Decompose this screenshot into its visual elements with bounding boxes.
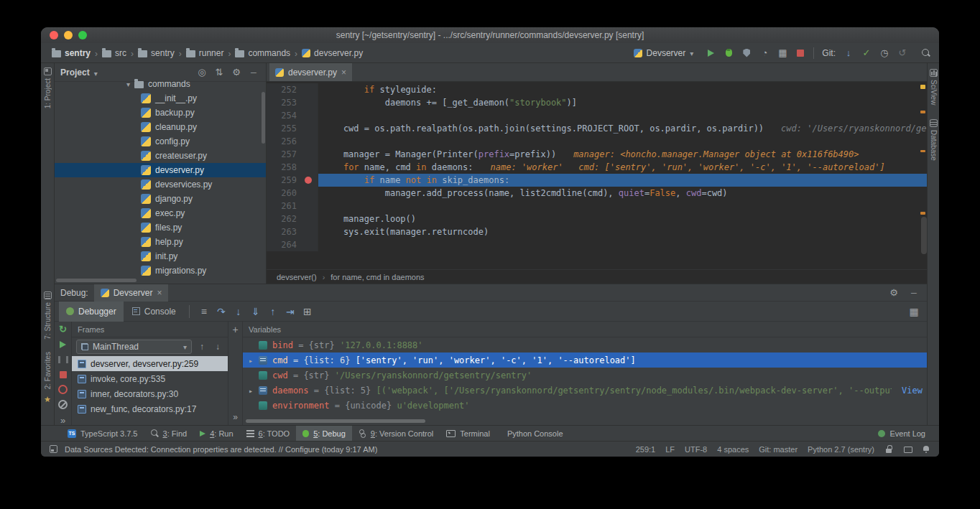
status-segment-lf[interactable]: LF: [665, 445, 675, 454]
toolwindow-button-run[interactable]: 4: Run: [193, 426, 239, 441]
gear-icon[interactable]: [230, 67, 243, 78]
run-to-cursor-button[interactable]: [282, 304, 299, 319]
code-text[interactable]: [318, 238, 927, 251]
code-text[interactable]: if styleguide:: [318, 83, 927, 96]
tree-item-init-py[interactable]: init.py: [55, 249, 266, 263]
code-text[interactable]: [318, 135, 927, 148]
toolwindow-button-terminal[interactable]: Terminal: [440, 426, 496, 441]
run-configuration-select[interactable]: Devserver: [629, 47, 698, 60]
project-vertical-scrollbar[interactable]: [262, 92, 265, 144]
breadcrumb-item-sentry[interactable]: sentry: [136, 47, 177, 59]
hide-panel-button[interactable]: [247, 67, 260, 78]
resume-button[interactable]: [58, 340, 68, 349]
notifications-bell-icon[interactable]: [922, 445, 930, 454]
toolwindow-button-version-control[interactable]: 9: Version Control: [352, 426, 440, 441]
tool-button-favorites[interactable]: 2: Favorites: [41, 352, 54, 405]
expand-arrow-icon[interactable]: [249, 386, 259, 396]
collapse-all-button[interactable]: [213, 67, 226, 78]
editor-tab-devserver[interactable]: devserver.py: [269, 63, 352, 81]
force-step-into-button[interactable]: [247, 304, 264, 319]
previous-frame-button[interactable]: ↑: [196, 342, 208, 352]
toolwindow-button-todo[interactable]: 6: TODO: [240, 426, 297, 441]
tree-item-migrations-py[interactable]: migrations.py: [55, 263, 266, 278]
line-number[interactable]: 254: [267, 109, 300, 122]
gutter[interactable]: [300, 135, 318, 148]
git-update-button[interactable]: [843, 48, 854, 58]
project-panel-title[interactable]: Project: [60, 67, 90, 78]
gutter[interactable]: [300, 96, 318, 109]
line-number[interactable]: 258: [267, 161, 300, 174]
editor-horizontal-scrollbar[interactable]: [267, 262, 927, 269]
code-text[interactable]: [318, 109, 927, 122]
run-button[interactable]: [706, 48, 716, 58]
breadcrumb-item-commands[interactable]: commands: [233, 47, 292, 59]
view-link[interactable]: View: [902, 386, 923, 396]
tree-item-help-py[interactable]: help.py: [55, 235, 266, 249]
rerun-button[interactable]: [58, 324, 68, 334]
gutter[interactable]: [300, 213, 318, 225]
frame-item[interactable]: devserver, devserver.py:259: [72, 356, 228, 371]
tree-item-files-py[interactable]: files.py: [55, 220, 266, 235]
tree-item-django-py[interactable]: django.py: [55, 192, 266, 206]
gutter[interactable]: [300, 238, 318, 251]
gutter[interactable]: [300, 122, 318, 135]
tree-item-devservices-py[interactable]: devservices.py: [55, 177, 266, 192]
code-text[interactable]: manager.add_process(name, list2cmdline(c…: [318, 187, 927, 200]
gear-icon[interactable]: [887, 287, 901, 298]
gutter[interactable]: [300, 225, 318, 238]
screen-reader-icon[interactable]: [903, 445, 912, 454]
tree-item-config-py[interactable]: config.py: [55, 134, 266, 149]
breakpoint-icon[interactable]: [305, 177, 312, 184]
zoom-window-button[interactable]: [78, 31, 87, 39]
frame-item[interactable]: new_func, decorators.py:17: [72, 401, 228, 416]
line-number[interactable]: 264: [267, 238, 300, 251]
code-text[interactable]: manager.loop(): [318, 213, 927, 225]
breadcrumb-item-devserver-py[interactable]: devserver.py: [300, 47, 365, 59]
concurrency-button[interactable]: [777, 48, 787, 58]
code-text[interactable]: cwd = os.path.realpath(os.path.join(sett…: [318, 122, 927, 135]
select-opened-file-button[interactable]: [195, 67, 208, 78]
layout-settings-button[interactable]: [905, 304, 923, 319]
line-number[interactable]: 253: [267, 96, 300, 109]
debug-button[interactable]: [724, 48, 734, 58]
status-segment-259-1[interactable]: 259:1: [636, 445, 656, 454]
tree-item-commands[interactable]: commands: [55, 77, 266, 91]
status-segment-4-spaces[interactable]: 4 spaces: [717, 445, 749, 454]
status-segment-git-master[interactable]: Git: master: [759, 445, 798, 454]
toolwindow-button-python-console[interactable]: Python Console: [496, 426, 570, 441]
code-text[interactable]: for name, cmd in daemons:name: 'worker' …: [318, 161, 927, 174]
code-text[interactable]: sys.exit(manager.returncode): [318, 225, 927, 238]
editor-scrollbar-thumb[interactable]: [921, 217, 927, 254]
expand-arrow-icon[interactable]: [249, 355, 259, 365]
line-number[interactable]: 260: [267, 187, 300, 200]
git-rollback-button[interactable]: [897, 48, 907, 58]
gutter[interactable]: [300, 174, 318, 187]
line-number[interactable]: 259: [267, 174, 300, 187]
editor[interactable]: 252 if styleguide:253 daemons += [_get_d…: [267, 82, 927, 262]
line-number[interactable]: 263: [267, 225, 300, 238]
profiler-button[interactable]: [759, 48, 769, 58]
variable-item-cmd[interactable]: cmd = {list: 6} ['sentry', 'run', 'worke…: [243, 352, 927, 368]
gutter[interactable]: [300, 109, 318, 122]
close-icon[interactable]: [157, 288, 162, 298]
title-bar[interactable]: sentry [~/getsentry/sentry] - .../src/se…: [41, 27, 939, 43]
tree-item-devserver-py[interactable]: devserver.py: [55, 163, 266, 177]
thread-selector[interactable]: MainThread: [76, 340, 192, 354]
mute-breakpoints-button[interactable]: [58, 400, 68, 409]
gutter[interactable]: [300, 200, 318, 213]
toolwindow-button-debug[interactable]: 5: Debug: [296, 426, 352, 441]
minimize-window-button[interactable]: [64, 31, 73, 39]
error-stripe-mark[interactable]: [920, 150, 925, 152]
step-into-button[interactable]: [230, 304, 247, 319]
debug-session-tab[interactable]: Devserver: [94, 284, 169, 302]
toolwindow-button-find[interactable]: 3: Find: [144, 426, 194, 441]
tree-item-exec-py[interactable]: exec.py: [55, 206, 266, 220]
chevron-down-icon[interactable]: [126, 79, 130, 89]
tool-button-sciview[interactable]: SciView: [928, 69, 939, 105]
more-actions-button[interactable]: [231, 412, 241, 422]
breadcrumb-item-src[interactable]: src: [100, 47, 129, 59]
line-number[interactable]: 257: [267, 148, 300, 161]
stop-button[interactable]: [795, 48, 805, 58]
variable-item-bind[interactable]: bind = {str} '127.0.0.1:8888': [243, 337, 927, 352]
variable-item-daemons[interactable]: daemons = {list: 5} [('webpack', ['/User…: [243, 383, 927, 398]
